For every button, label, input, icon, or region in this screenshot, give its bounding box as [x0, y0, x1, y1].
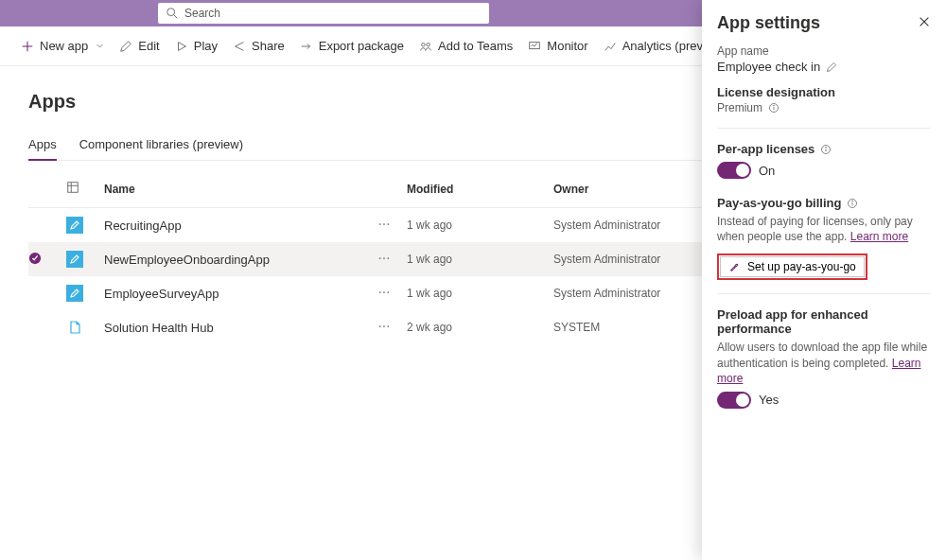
edit-button[interactable]: Edit: [119, 39, 159, 53]
close-button[interactable]: [918, 15, 931, 31]
more-icon: [378, 321, 390, 332]
canvas-app-icon: [66, 217, 83, 234]
pencil-icon[interactable]: [826, 61, 837, 73]
tab-component-libraries[interactable]: Component libraries (preview): [79, 137, 243, 160]
info-icon[interactable]: [820, 144, 832, 155]
per-app-licenses-title: Per-app licenses: [717, 142, 931, 156]
owner-cell: System Administrator: [553, 287, 714, 300]
col-owner[interactable]: Owner: [553, 183, 714, 196]
app-settings-panel: App settings App name Employee check in …: [702, 0, 946, 560]
share-icon: [233, 40, 246, 53]
svg-point-33: [826, 147, 827, 148]
app-name-cell[interactable]: RecruitingApp: [104, 219, 378, 233]
license-label: License designation: [717, 85, 931, 99]
svg-point-17: [379, 257, 381, 259]
monitor-icon: [528, 40, 541, 53]
tab-apps[interactable]: Apps: [28, 137, 57, 161]
modified-cell: 1 wk ago: [407, 219, 553, 232]
search-input[interactable]: Search: [158, 3, 489, 24]
canvas-app-icon: [66, 285, 83, 302]
svg-point-25: [387, 325, 389, 327]
more-actions-button[interactable]: [378, 253, 407, 267]
app-name-cell[interactable]: NewEmployeeOnboardingApp: [104, 253, 378, 267]
svg-point-18: [383, 257, 385, 259]
per-app-toggle[interactable]: On: [717, 162, 931, 179]
teams-icon: [419, 40, 432, 53]
close-icon: [918, 15, 931, 28]
svg-point-6: [422, 43, 426, 46]
col-name[interactable]: Name: [104, 183, 378, 196]
more-actions-button[interactable]: [378, 219, 407, 233]
svg-point-23: [379, 325, 381, 327]
preload-desc: Allow users to download the app file whi…: [717, 340, 931, 386]
svg-point-22: [387, 291, 389, 293]
new-app-button[interactable]: New app: [21, 39, 104, 53]
payg-highlight: Set up pay-as-you-go: [717, 254, 867, 280]
svg-marker-5: [178, 42, 185, 50]
owner-cell: System Administrator: [553, 219, 714, 232]
app-name-cell[interactable]: Solution Health Hub: [104, 321, 378, 335]
setup-payg-button[interactable]: Set up pay-as-you-go: [720, 256, 865, 277]
search-icon: [166, 7, 179, 20]
preload-toggle[interactable]: Yes: [717, 392, 931, 409]
add-to-teams-button[interactable]: Add to Teams: [419, 39, 513, 53]
payg-learn-more-link[interactable]: Learn more: [850, 230, 908, 243]
modified-cell: 1 wk ago: [407, 287, 553, 300]
search-placeholder: Search: [184, 7, 220, 20]
more-actions-button[interactable]: [378, 321, 407, 335]
info-icon[interactable]: [847, 198, 858, 209]
more-icon: [378, 219, 390, 230]
svg-point-7: [427, 43, 430, 46]
export-package-button[interactable]: Export package: [300, 39, 404, 53]
plus-icon: [21, 40, 34, 53]
app-name-cell[interactable]: EmployeeSurveyApp: [104, 287, 378, 301]
more-icon: [378, 253, 390, 264]
payg-desc: Instead of paying for licenses, only pay…: [717, 214, 931, 244]
chevron-down-icon: [96, 42, 104, 50]
app-name-label: App name: [717, 44, 931, 58]
canvas-app-icon: [66, 251, 83, 268]
toggle-switch: [717, 392, 751, 409]
preload-title: Preload app for enhanced performance: [717, 307, 931, 336]
solution-icon: [66, 319, 83, 336]
checkmark-icon: [28, 252, 42, 265]
svg-point-30: [774, 105, 775, 106]
svg-point-19: [387, 257, 389, 259]
wrench-icon: [728, 260, 742, 273]
svg-point-20: [379, 291, 381, 293]
modified-cell: 2 wk ago: [407, 321, 553, 334]
license-value: Premium: [717, 101, 762, 114]
play-icon: [175, 40, 188, 53]
export-icon: [300, 40, 313, 53]
svg-point-14: [383, 223, 385, 225]
svg-point-13: [379, 223, 381, 225]
svg-point-15: [387, 223, 389, 225]
owner-cell: SYSTEM: [553, 321, 714, 334]
svg-point-24: [383, 325, 385, 327]
col-modified[interactable]: Modified: [407, 183, 553, 196]
svg-rect-8: [530, 42, 540, 48]
play-button[interactable]: Play: [175, 39, 218, 53]
panel-title: App settings: [717, 13, 820, 33]
more-icon: [378, 287, 390, 298]
analytics-icon: [604, 40, 617, 53]
payg-title: Pay-as-you-go billing: [717, 196, 931, 210]
svg-point-36: [852, 201, 853, 201]
owner-cell: System Administrator: [553, 253, 714, 266]
toggle-switch: [717, 162, 751, 179]
modified-cell: 1 wk ago: [407, 253, 553, 266]
more-actions-button[interactable]: [378, 287, 407, 301]
svg-rect-10: [68, 183, 79, 193]
share-button[interactable]: Share: [233, 39, 285, 53]
layout-icon[interactable]: [66, 181, 104, 197]
monitor-button[interactable]: Monitor: [528, 39, 587, 53]
svg-point-0: [167, 9, 175, 16]
svg-line-1: [174, 15, 178, 19]
pencil-icon: [119, 40, 132, 53]
app-name-value: Employee check in: [717, 60, 820, 74]
svg-point-21: [383, 291, 385, 293]
info-icon[interactable]: [768, 102, 780, 114]
